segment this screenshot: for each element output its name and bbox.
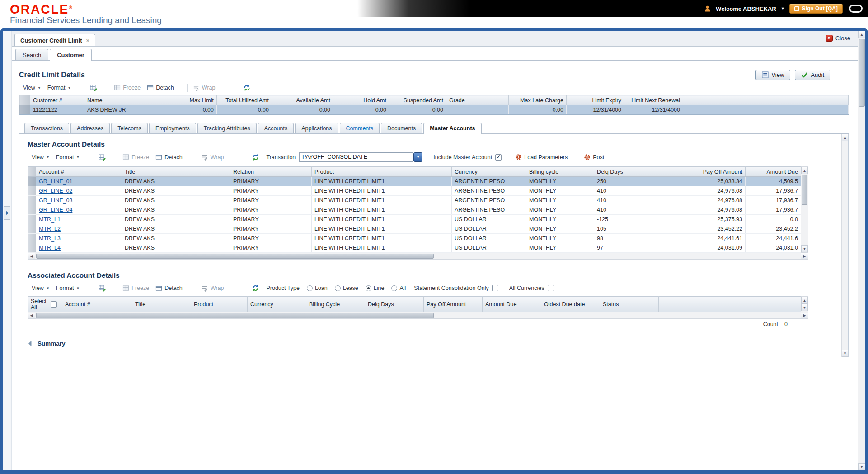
column-header[interactable]: Suspended Amt: [389, 95, 446, 105]
detach-button[interactable]: Detach: [152, 284, 186, 293]
scrollbar-thumb[interactable]: [802, 175, 807, 205]
column-header[interactable]: Billing cycle: [526, 167, 594, 177]
detail-tab-accounts[interactable]: Accounts: [258, 123, 294, 133]
signout-button[interactable]: Sign Out [QA]: [789, 4, 843, 14]
radio-lease[interactable]: Lease: [335, 285, 358, 291]
audit-button[interactable]: Audit: [795, 70, 830, 80]
scrollbar-thumb[interactable]: [36, 254, 434, 259]
account-number-link[interactable]: MTR_L1: [39, 216, 61, 223]
post-button[interactable]: Post: [584, 154, 604, 161]
splitter-expand-button[interactable]: [4, 206, 10, 220]
account-number-link[interactable]: MTR_L3: [39, 235, 61, 242]
table-row[interactable]: MTR_L3DREW AKSPRIMARYLINE WITH CREDIT LI…: [28, 234, 801, 243]
refresh-icon[interactable]: [249, 284, 263, 293]
detail-tab-telecoms[interactable]: Telecoms: [111, 123, 148, 133]
detail-tab-documents[interactable]: Documents: [381, 123, 422, 133]
format-menu[interactable]: Format▼: [53, 284, 83, 292]
column-header[interactable]: Status: [600, 297, 659, 312]
tab-close-icon[interactable]: ×: [86, 37, 90, 44]
row-selector[interactable]: [28, 243, 36, 253]
column-header[interactable]: Product: [312, 167, 452, 177]
table-scrollbar-vertical[interactable]: ▲ ▼: [801, 166, 808, 253]
column-header-select-all[interactable]: Select All: [28, 297, 62, 312]
combo-dropdown-icon[interactable]: ▼: [413, 152, 422, 162]
scroll-up-icon[interactable]: ▲: [801, 167, 808, 174]
detail-tab-employments[interactable]: Employments: [149, 123, 196, 133]
detail-tab-master-accounts[interactable]: Master Accounts: [423, 123, 481, 134]
column-header[interactable]: Grade: [446, 95, 509, 105]
scrollbar-thumb[interactable]: [859, 39, 865, 107]
column-header[interactable]: Limit Expiry: [567, 95, 624, 105]
table-scrollbar-horizontal[interactable]: ◀ ▶: [28, 253, 808, 260]
scroll-up-icon[interactable]: ▲: [801, 297, 808, 304]
view-menu[interactable]: View▼: [28, 284, 53, 292]
column-header[interactable]: Limit Next Renewal: [624, 95, 683, 105]
column-header[interactable]: Title: [132, 297, 191, 312]
detail-tab-addresses[interactable]: Addresses: [70, 123, 110, 133]
row-selector[interactable]: [28, 186, 36, 196]
account-number-link[interactable]: MTR_L4: [39, 245, 61, 251]
row-selector[interactable]: [28, 205, 36, 215]
scroll-right-icon[interactable]: ▶: [801, 313, 808, 318]
welcome-caret-icon[interactable]: ▼: [781, 6, 785, 11]
account-number-link[interactable]: GR_LINE_03: [39, 197, 72, 204]
transaction-value[interactable]: PAYOFF_CONSOLIDATE: [299, 152, 413, 162]
view-menu[interactable]: View▼: [28, 153, 53, 161]
column-header[interactable]: Currency: [248, 297, 306, 312]
column-header[interactable]: Currency: [452, 167, 526, 177]
scrollbar-thumb[interactable]: [36, 313, 434, 318]
detach-button[interactable]: Detach: [144, 84, 177, 92]
column-header[interactable]: Pay Off Amount: [666, 167, 746, 177]
table-row[interactable]: GR_LINE_04DREW AKSPRIMARYLINE WITH CREDI…: [28, 205, 801, 215]
radio-line[interactable]: Line: [366, 285, 385, 291]
scroll-left-icon[interactable]: ◀: [28, 313, 35, 318]
row-selector[interactable]: [28, 196, 36, 205]
scroll-left-icon[interactable]: ◀: [28, 253, 35, 259]
summary-collapse-icon[interactable]: [28, 341, 34, 346]
column-header[interactable]: Title: [122, 167, 230, 177]
table-scrollbar-horizontal[interactable]: ◀ ▶: [28, 312, 808, 319]
column-header[interactable]: Oldest Due date: [541, 297, 600, 312]
tab-search[interactable]: Search: [15, 49, 48, 60]
column-header[interactable]: Account #: [36, 167, 122, 177]
column-header[interactable]: Available Amt: [272, 95, 333, 105]
account-number-link[interactable]: GR_LINE_02: [39, 188, 72, 194]
table-row[interactable]: 11221122AKS DREW JR0.000.000.000.000.000…: [19, 105, 849, 115]
table-scrollbar-vertical[interactable]: ▲ ▼: [801, 296, 808, 312]
detach-button[interactable]: Detach: [152, 153, 186, 161]
include-master-account-checkbox[interactable]: [495, 154, 502, 161]
view-menu[interactable]: View▼: [20, 84, 44, 92]
scroll-down-icon[interactable]: ▼: [858, 463, 865, 470]
column-header[interactable]: Delq Days: [365, 297, 424, 312]
column-header[interactable]: Delq Days: [594, 167, 666, 177]
row-selector[interactable]: [28, 234, 36, 243]
column-header[interactable]: Customer #: [30, 95, 84, 105]
format-menu[interactable]: Format▼: [53, 153, 83, 161]
row-selector[interactable]: [28, 177, 36, 186]
table-row[interactable]: MTR_L1DREW AKSPRIMARYLINE WITH CREDIT LI…: [28, 215, 801, 224]
format-menu[interactable]: Format▼: [44, 84, 75, 92]
load-parameters-button[interactable]: Load Parameters: [515, 154, 568, 161]
table-row[interactable]: MTR_L4DREW AKSPRIMARYLINE WITH CREDIT LI…: [28, 243, 801, 253]
scroll-down-icon[interactable]: ▼: [801, 245, 808, 252]
table-row[interactable]: GR_LINE_03DREW AKSPRIMARYLINE WITH CREDI…: [28, 196, 801, 205]
export-table-icon[interactable]: [95, 153, 109, 162]
scroll-down-icon[interactable]: ▼: [801, 304, 808, 311]
summary-section-header[interactable]: Summary: [28, 336, 839, 351]
column-header[interactable]: Amount Due: [746, 167, 801, 177]
tab-customer[interactable]: Customer: [50, 49, 92, 61]
close-link[interactable]: Close: [835, 35, 850, 42]
view-button[interactable]: View: [755, 70, 790, 80]
row-selector[interactable]: [19, 105, 30, 115]
scroll-up-icon[interactable]: ▲: [858, 31, 865, 38]
scroll-down-icon[interactable]: ▼: [842, 350, 848, 357]
statement-consolidation-checkbox[interactable]: [492, 285, 498, 291]
detail-tab-comments[interactable]: Comments: [340, 123, 380, 133]
welcome-user-menu[interactable]: Welcome ABSHEKAR: [716, 5, 776, 12]
panel-scrollbar-vertical[interactable]: ▲ ▼: [841, 134, 848, 357]
doc-tab-customer-credit-limit[interactable]: Customer Credit Limit ×: [14, 34, 95, 46]
refresh-icon[interactable]: [249, 153, 263, 162]
column-header[interactable]: Amount Due: [483, 297, 541, 312]
column-header[interactable]: Max Late Charge: [509, 95, 567, 105]
scroll-up-icon[interactable]: ▲: [842, 134, 848, 141]
